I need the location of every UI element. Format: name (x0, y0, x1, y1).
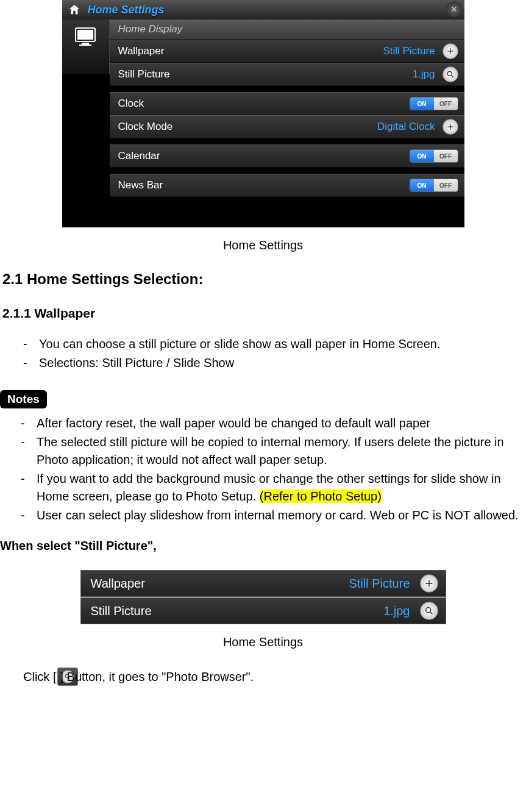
still-picture-rows-screenshot: Wallpaper Still Picture Still Picture 1.… (80, 570, 446, 624)
row-wallpaper[interactable]: Wallpaper Still Picture (80, 570, 446, 597)
plus-icon[interactable] (442, 43, 458, 59)
row-wallpaper[interactable]: Wallpaper Still Picture (110, 40, 464, 63)
row-wallpaper-value: Still Picture (349, 577, 410, 591)
final-bullets: Click [] Button, it goes to "Photo Brows… (0, 668, 526, 686)
svg-point-5 (425, 608, 430, 613)
row-clock-mode[interactable]: Clock Mode Digital Clock (110, 115, 464, 138)
toggle-clock[interactable]: ON OFF (410, 97, 458, 110)
toggle-off-label: OFF (434, 150, 458, 162)
heading-2-1: 2.1 Home Settings Selection: (2, 271, 524, 288)
row-clock-mode-label: Clock Mode (118, 121, 173, 133)
row-wallpaper-label: Wallpaper (118, 45, 165, 57)
toggle-off-label: OFF (434, 98, 458, 110)
home-settings-screenshot: Home Settings Home Display Wallpaper Sti… (62, 0, 464, 227)
toggle-calendar[interactable]: ON OFF (410, 149, 458, 163)
row-clock-label: Clock (118, 98, 144, 110)
list-item: Click [] Button, it goes to "Photo Brows… (4, 668, 526, 686)
row-still-picture-value: 1.jpg (383, 604, 410, 618)
monitor-icon[interactable] (73, 27, 98, 46)
row-news-bar-label: News Bar (118, 179, 163, 191)
toggle-news-bar[interactable]: ON OFF (410, 179, 458, 192)
search-icon[interactable] (420, 602, 438, 620)
row-calendar[interactable]: Calendar ON OFF (110, 144, 464, 168)
row-news-bar[interactable]: News Bar ON OFF (110, 174, 464, 197)
heading-2-1-1: 2.1.1 Wallpaper (2, 306, 524, 321)
search-icon[interactable] (442, 66, 458, 82)
caption-home-settings-1: Home Settings (0, 238, 526, 252)
notes-bullets: After factory reset, the wall paper woul… (0, 415, 526, 524)
toggle-on-label: ON (410, 150, 434, 162)
titlebar: Home Settings (62, 0, 464, 20)
plus-icon[interactable] (420, 574, 438, 593)
section-header-home-display: Home Display (110, 20, 464, 40)
list-item: After factory reset, the wall paper woul… (21, 415, 526, 432)
toggle-off-label: OFF (434, 179, 458, 191)
wallpaper-bullets: You can choose a still picture or slide … (2, 335, 524, 372)
plus-icon[interactable] (442, 119, 458, 135)
toggle-on-label: ON (410, 179, 434, 191)
highlight-refer-photo-setup: (Refer to Photo Setup) (260, 490, 382, 503)
row-wallpaper-value: Still Picture (383, 45, 435, 57)
list-item: If you want to add the background music … (21, 470, 526, 505)
list-item: Selections: Still Picture / Slide Show (23, 354, 524, 372)
settings-body: Home Display Wallpaper Still Picture Sti… (110, 20, 464, 227)
notes-badge: Notes (0, 390, 47, 408)
svg-rect-1 (77, 30, 93, 40)
row-still-picture[interactable]: Still Picture 1.jpg (110, 63, 464, 86)
home-icon[interactable] (66, 2, 83, 18)
close-icon[interactable] (446, 1, 462, 17)
svg-rect-3 (79, 45, 91, 46)
window-title: Home Settings (88, 4, 165, 16)
when-select-still-picture: When select "Still Picture", (0, 539, 526, 553)
list-item: You can choose a still picture or slide … (23, 335, 524, 353)
svg-rect-2 (82, 43, 89, 45)
caption-home-settings-2: Home Settings (0, 635, 526, 649)
row-calendar-label: Calendar (118, 150, 160, 162)
svg-point-4 (447, 71, 452, 76)
row-still-picture-value: 1.jpg (413, 68, 435, 80)
sidebar (62, 20, 110, 74)
list-item: The selected still picture will be copie… (21, 433, 526, 469)
row-still-picture-label: Still Picture (91, 604, 152, 618)
toggle-on-label: ON (410, 98, 434, 110)
list-item: User can select play slideshow from inte… (21, 507, 526, 524)
row-clock[interactable]: Clock ON OFF (110, 92, 464, 115)
row-still-picture-label: Still Picture (118, 68, 170, 80)
row-still-picture[interactable]: Still Picture 1.jpg (80, 597, 446, 624)
row-wallpaper-label: Wallpaper (91, 577, 145, 591)
row-clock-mode-value: Digital Clock (377, 121, 435, 133)
